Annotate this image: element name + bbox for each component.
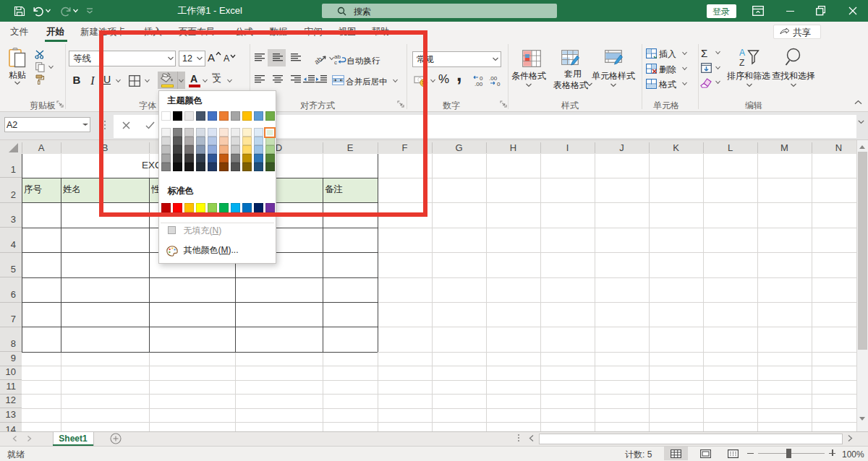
svg-text:0: 0 (497, 81, 501, 87)
svg-text:A: A (739, 48, 745, 58)
svg-text:.00: .00 (475, 81, 483, 87)
svg-text:.00: .00 (489, 75, 498, 82)
svg-text:Z: Z (739, 58, 744, 67)
